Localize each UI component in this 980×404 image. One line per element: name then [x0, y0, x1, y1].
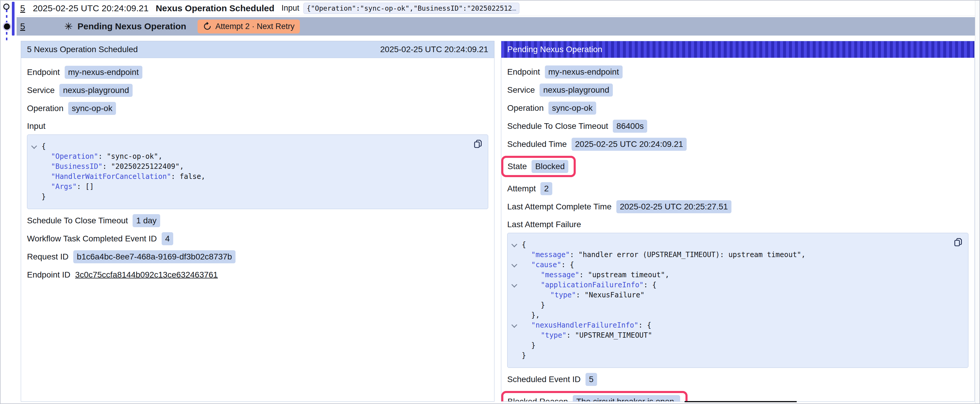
operation-field: Operationsync-op-ok	[507, 101, 596, 115]
event-id-link[interactable]: 5	[20, 3, 25, 13]
collapse-chevron-icon[interactable]	[511, 282, 517, 288]
service-value: nexus-playground	[59, 84, 133, 97]
request-id-label: Request ID	[27, 252, 68, 261]
service-field: Servicenexus-playground	[27, 84, 133, 97]
event-timestamp: 2025-02-25 UTC 20:24:09.21	[33, 3, 149, 13]
service-value: nexus-playground	[539, 84, 613, 97]
last-attempt-complete-time-value: 2025-02-25 UTC 20:25:27.51	[616, 200, 732, 213]
schedule-to-close-timeout-value: 86400s	[613, 120, 647, 133]
service-field: Servicenexus-playground	[507, 84, 613, 97]
code-line: },	[508, 310, 947, 320]
endpoint-value: my-nexus-endpoint	[65, 66, 142, 79]
json-key: "cause"	[531, 261, 561, 269]
event-input-label: Input	[282, 3, 299, 13]
event-input-preview-text: {"Operation":"sync-op-ok","BusinessID":"…	[307, 5, 512, 12]
timeline-active-bar	[12, 2, 14, 36]
json-key: "Args"	[51, 182, 77, 191]
event-input-preview-badge[interactable]: {"Operation":"sync-op-ok","BusinessID":"…	[304, 3, 519, 14]
last-attempt-complete-time-label: Last Attempt Complete Time	[507, 202, 612, 211]
scrollbar[interactable]	[975, 1, 979, 403]
state-label: State	[508, 162, 527, 171]
timeline-current-event-dot-icon[interactable]	[4, 24, 10, 30]
panel-timestamp: 2025-02-25 UTC 20:24:09.21	[380, 45, 488, 54]
json-text: }	[531, 341, 535, 350]
code-line: }	[508, 350, 947, 360]
blocked-reason-field-highlighted: Blocked ReasonThe circuit breaker is ope…	[501, 391, 687, 401]
json-text: : {	[561, 261, 574, 269]
event-id-link[interactable]: 5	[20, 21, 25, 32]
scheduled-time-label: Scheduled Time	[507, 139, 567, 149]
copy-button[interactable]	[472, 138, 484, 150]
json-text: }	[41, 193, 46, 201]
workflow-task-completed-event-id-label: Workflow Task Completed Event ID	[27, 234, 157, 244]
json-text: : "NexusFailure"	[576, 291, 644, 299]
json-text: : {	[644, 281, 656, 289]
collapse-chevron-icon[interactable]	[31, 143, 37, 149]
code-line: "Args": []	[27, 182, 467, 192]
collapse-chevron-icon[interactable]	[511, 261, 517, 268]
blocked-reason-value: The circuit breaker is open.	[573, 395, 680, 401]
code-line: "Operation": "sync-op-ok",	[27, 151, 467, 162]
scheduled-event-id-field: Scheduled Event ID5	[507, 373, 597, 386]
json-key: "message"	[531, 250, 570, 259]
endpoint-id-value[interactable]: 3c0c75ccfa8144b092c13ce632463761	[75, 270, 218, 280]
operation-label: Operation	[507, 103, 544, 113]
workflow-task-completed-event-id-field: Workflow Task Completed Event ID4	[27, 232, 173, 245]
pending-asterisk-icon: ✳	[64, 21, 73, 32]
json-text: : "handler error (UPSTREAM_TIMEOUT): ups…	[570, 250, 806, 259]
workflow-task-completed-event-id-value: 4	[162, 232, 173, 245]
panel-title: Pending Nexus Operation	[507, 45, 602, 54]
code-line: "type": "UPSTREAM_TIMEOUT"	[508, 330, 947, 340]
code-line: "cause": {	[508, 260, 947, 270]
schedule-to-close-timeout-field: Schedule To Close Timeout1 day	[27, 214, 160, 227]
code-line: "message": "upstream timeout",	[508, 270, 947, 280]
json-text: }	[541, 301, 545, 309]
last-attempt-failure-code-block: {"message": "handler error (UPSTREAM_TIM…	[507, 233, 969, 368]
copy-button[interactable]	[952, 236, 964, 249]
json-key: "applicationFailureInfo"	[541, 281, 644, 289]
attempt-value: 2	[541, 182, 552, 195]
endpoint-label: Endpoint	[507, 67, 540, 77]
temporal-event-history-view: 5 2025-02-25 UTC 20:24:09.21 Nexus Opera…	[0, 0, 980, 404]
retry-icon	[203, 22, 212, 31]
copy-icon	[953, 237, 964, 248]
json-text: : {	[638, 321, 651, 330]
last-attempt-complete-time-field: Last Attempt Complete Time2025-02-25 UTC…	[507, 200, 732, 213]
json-text: : "20250225122409",	[102, 162, 184, 171]
code-line: "type": "NexusFailure"	[508, 290, 947, 300]
event-detail-panels: 5 Nexus Operation Scheduled 2025-02-25 U…	[21, 41, 975, 402]
operation-field: Operationsync-op-ok	[27, 102, 116, 115]
event-row-pending-nexus-operation[interactable]: 5 ✳ Pending Nexus Operation Attempt 2 · …	[17, 17, 975, 36]
code-line: }	[27, 192, 467, 202]
schedule-to-close-timeout-label: Schedule To Close Timeout	[27, 216, 128, 225]
panel-body: Endpointmy-nexus-endpointServicenexus-pl…	[21, 58, 494, 287]
panel-body: Endpointmy-nexus-endpointServicenexus-pl…	[501, 58, 974, 401]
scheduled-time-value: 2025-02-25 UTC 20:24:09.21	[571, 138, 687, 151]
collapse-chevron-icon[interactable]	[511, 322, 517, 328]
endpoint-value: my-nexus-endpoint	[545, 65, 623, 79]
state-value: Blocked	[531, 160, 568, 173]
retry-attempt-badge[interactable]: Attempt 2 · Next Retry	[197, 19, 300, 33]
json-text: : []	[77, 182, 94, 191]
service-label: Service	[507, 85, 535, 95]
attempt-field: Attempt2	[507, 182, 552, 195]
panel-nexus-operation-scheduled: 5 Nexus Operation Scheduled 2025-02-25 U…	[21, 41, 495, 402]
scheduled-event-id-label: Scheduled Event ID	[507, 375, 581, 384]
event-row-nexus-operation-scheduled[interactable]: 5 2025-02-25 UTC 20:24:09.21 Nexus Opera…	[17, 1, 975, 16]
collapse-chevron-icon[interactable]	[511, 241, 517, 247]
code-line: "message": "handler error (UPSTREAM_TIME…	[508, 250, 947, 260]
endpoint-field: Endpointmy-nexus-endpoint	[507, 65, 623, 79]
request-id-field: Request IDb1c6a4bc-8ee7-468a-9169-df3b02…	[27, 250, 235, 263]
state-field-highlighted: StateBlocked	[501, 156, 576, 177]
scheduled-time-field: Scheduled Time2025-02-25 UTC 20:24:09.21	[507, 138, 687, 151]
json-key: "BusinessID"	[51, 162, 102, 171]
scheduled-event-id-value: 5	[585, 373, 597, 386]
code-line: "HandlerWaitForCancellation": false,	[27, 171, 467, 182]
copy-icon	[473, 139, 484, 149]
code-line: {	[508, 239, 947, 250]
service-label: Service	[27, 86, 54, 95]
json-key: "type"	[541, 331, 566, 339]
json-text: : "upstream timeout",	[579, 271, 669, 279]
timeline-event-dot-icon[interactable]	[3, 3, 10, 10]
json-key: "Operation"	[51, 152, 98, 160]
